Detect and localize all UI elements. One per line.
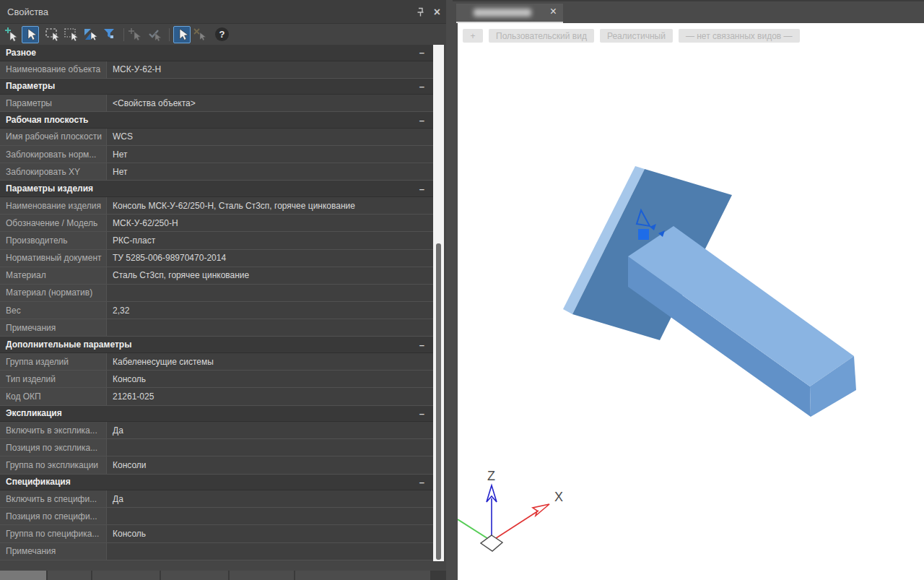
property-label: Заблокировать XY: [0, 163, 107, 180]
property-label: Имя рабочей плоскости: [0, 129, 107, 145]
property-row: Примечания: [0, 319, 433, 337]
property-value[interactable]: МСК-У-62/250-Н: [107, 215, 433, 231]
property-label: Обозначение / Модель: [0, 215, 107, 231]
property-row: Группа по специфика...Консоль: [0, 525, 433, 542]
close-panel-icon[interactable]: ×: [434, 7, 440, 18]
collapse-toggle-icon[interactable]: –: [419, 115, 424, 126]
panel-bottom-tabbar: [0, 571, 446, 580]
section-title: Параметры изделия: [6, 183, 419, 194]
properties-panel-titlebar[interactable]: Свойства ×: [0, 0, 446, 24]
pin-icon[interactable]: [416, 7, 425, 17]
property-value[interactable]: [107, 508, 433, 524]
property-row: Включить в эксплика...Да: [0, 422, 433, 439]
property-row: Тип изделийКонсоль: [0, 371, 433, 388]
axis-x-label: X: [554, 490, 563, 504]
property-value[interactable]: Консоль: [107, 525, 433, 542]
append-selection-icon[interactable]: [3, 26, 20, 43]
application-window: Свойства ×: [0, 0, 924, 580]
property-row: Код ОКП21261-025: [0, 388, 433, 405]
property-row: Примечания: [0, 543, 433, 560]
property-label: Примечания: [0, 319, 107, 336]
collapse-toggle-icon[interactable]: –: [419, 183, 424, 194]
property-row: ПроизводительРКС-пласт: [0, 232, 433, 249]
pointer-select-icon[interactable]: [22, 26, 39, 43]
ucs-axis-icon: Z X: [458, 469, 563, 551]
section-header: Параметры–: [0, 79, 433, 95]
snap-point-icon[interactable]: [128, 26, 145, 43]
panel-scrollbar[interactable]: [433, 45, 444, 576]
section-title: Параметры: [6, 81, 419, 91]
property-value[interactable]: 2,32: [107, 302, 433, 319]
property-row: Группа изделийКабеленесущие системы: [0, 353, 433, 371]
panel-bottom-tab[interactable]: [161, 571, 228, 580]
highlight-selection-icon[interactable]: [173, 26, 191, 43]
collapse-toggle-icon[interactable]: –: [419, 47, 424, 58]
collapse-toggle-icon[interactable]: –: [419, 477, 424, 488]
section-header: Разное–: [0, 45, 433, 61]
property-value[interactable]: Кабеленесущие системы: [107, 353, 433, 370]
property-row: Заблокировать XYНет: [0, 163, 433, 181]
document-tab[interactable]: ×: [456, 4, 563, 23]
crossing-selection-icon[interactable]: [64, 26, 81, 43]
property-value[interactable]: Да: [107, 490, 433, 507]
property-row: Включить в специфи...Да: [0, 490, 433, 508]
viewport-canvas[interactable]: + Пользовательский вид Реалистичный — не…: [458, 23, 924, 580]
swap-selection-icon[interactable]: [82, 26, 100, 43]
help-icon[interactable]: ?: [215, 27, 229, 41]
property-label: Заблокировать норм...: [0, 146, 107, 163]
scrollbar-thumb[interactable]: [436, 243, 441, 560]
window-selection-icon[interactable]: [45, 26, 62, 43]
property-label: Группа по экспликации: [0, 456, 107, 473]
section-header: Параметры изделия–: [0, 181, 433, 197]
selection-toolbar: ?: [0, 24, 446, 45]
property-value[interactable]: Нет: [107, 146, 433, 163]
property-value[interactable]: [107, 319, 433, 336]
ucs-origin-diamond: [481, 535, 502, 551]
property-value[interactable]: [107, 543, 433, 560]
panel-bottom-tab[interactable]: [295, 571, 430, 580]
properties-panel: Свойства ×: [0, 0, 446, 580]
close-tab-icon[interactable]: ×: [550, 6, 557, 17]
property-value[interactable]: 21261-025: [107, 388, 433, 404]
scene-svg: Z X: [458, 23, 924, 580]
panel-bottom-tab[interactable]: [48, 571, 91, 580]
property-value[interactable]: WCS: [107, 129, 433, 145]
panel-bottom-tab[interactable]: [230, 571, 294, 580]
collapse-toggle-icon[interactable]: –: [419, 81, 424, 92]
property-value[interactable]: Консоль: [107, 371, 433, 387]
toolbar-separator: [123, 28, 124, 41]
property-value[interactable]: ТУ 5285-006-98970470-2014: [107, 250, 433, 267]
grip-square[interactable]: [638, 229, 649, 240]
property-row: Позиция по специфи...: [0, 508, 433, 525]
collapse-toggle-icon[interactable]: –: [419, 339, 424, 350]
property-label: Включить в специфи...: [0, 490, 107, 507]
confirm-selection-icon[interactable]: [147, 26, 164, 43]
document-tab-label-blurred: [474, 9, 531, 17]
property-label: Материал: [0, 267, 107, 284]
property-value[interactable]: Нет: [107, 163, 433, 180]
property-label: Тип изделий: [0, 371, 107, 387]
property-value[interactable]: [107, 285, 433, 301]
property-grid: Разное–Наименование объектаМСК-У-62-НПар…: [0, 45, 433, 560]
property-value[interactable]: МСК-У-62-Н: [107, 61, 433, 78]
property-value[interactable]: [107, 439, 433, 456]
property-value[interactable]: Да: [107, 422, 433, 438]
document-tabbar: ×: [453, 0, 924, 23]
panel-bottom-tab[interactable]: [92, 571, 160, 580]
property-row: Обозначение / МодельМСК-У-62/250-Н: [0, 215, 433, 232]
property-row: Группа по экспликацииКонсоли: [0, 456, 433, 474]
clear-selection-icon[interactable]: [192, 26, 209, 43]
property-value[interactable]: РКС-пласт: [107, 232, 433, 248]
model-3d[interactable]: [563, 166, 856, 417]
collapse-toggle-icon[interactable]: –: [419, 408, 424, 419]
property-value[interactable]: Сталь Ст3сп, горячее цинкование: [107, 267, 433, 284]
property-value[interactable]: Консоли: [107, 456, 433, 473]
section-header: Экспликация–: [0, 406, 433, 423]
property-value[interactable]: <Свойства объекта>: [107, 95, 433, 111]
property-row: Заблокировать норм...Нет: [0, 146, 433, 163]
property-row: Нормативный документТУ 5285-006-98970470…: [0, 250, 433, 267]
property-label: Наименование изделия: [0, 197, 107, 214]
property-value[interactable]: Консоль МСК-У-62/250-Н, Сталь Ст3сп, гор…: [107, 197, 433, 214]
selection-filter-icon[interactable]: [101, 26, 118, 43]
panel-bottom-tab[interactable]: [0, 571, 46, 580]
